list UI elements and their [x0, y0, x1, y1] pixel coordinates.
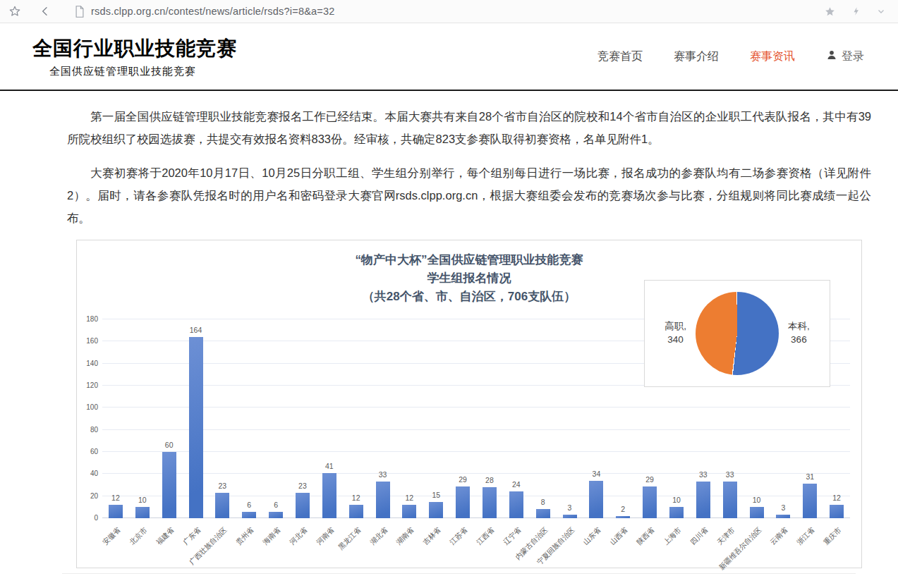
y-axis-tick: 20	[80, 492, 98, 500]
bar	[456, 486, 470, 518]
address-bar[interactable]: rsds.clpp.org.cn/contest/news/article/rs…	[75, 6, 824, 18]
x-axis-label: 湖南省	[394, 525, 416, 547]
bar	[563, 515, 577, 518]
bar-slot-3: 60福建省	[156, 319, 183, 518]
bar	[750, 507, 764, 518]
bar-slot-4: 164广东省	[183, 319, 210, 518]
bar-slot-14: 29江苏省	[449, 319, 476, 518]
bar	[429, 502, 443, 519]
bar-slot-15: 28江西省	[476, 319, 503, 518]
bar-value-label: 29	[459, 475, 467, 484]
bar	[162, 452, 176, 518]
bar-value-label: 10	[138, 496, 147, 504]
site-logo[interactable]: 全国行业职业技能竞赛 全国供应链管理职业技能竞赛	[32, 35, 237, 78]
x-axis-label: 山东省	[581, 525, 603, 547]
bar-slot-1: 12安徽省	[102, 319, 129, 518]
x-axis-label: 广东省	[181, 525, 202, 547]
x-axis-label: 吉林省	[421, 525, 443, 547]
x-axis-label: 重庆市	[822, 525, 844, 547]
bar	[322, 473, 336, 518]
y-axis-tick: 80	[80, 426, 98, 434]
bar	[830, 505, 844, 518]
bar-slot-8: 23河北省	[289, 319, 316, 518]
bar	[269, 512, 283, 518]
bar-value-label: 10	[753, 496, 761, 504]
bar-value-label: 33	[699, 470, 708, 479]
bar-value-label: 2	[621, 505, 625, 513]
bar-slot-11: 33湖北省	[370, 319, 396, 518]
bar-value-label: 12	[406, 494, 414, 502]
article-paragraph: 大赛初赛将于2020年10月17日、10月25日分职工组、学生组分别举行，每个组…	[67, 161, 871, 229]
bar-value-label: 33	[726, 470, 734, 479]
bar-value-label: 24	[512, 480, 521, 489]
bookmark-star-icon[interactable]	[8, 5, 21, 18]
bar	[483, 487, 497, 518]
site-subtitle: 全国供应链管理职业技能竞赛	[49, 65, 237, 78]
bar	[536, 509, 550, 518]
nav-item-news[interactable]: 赛事资讯	[750, 49, 795, 64]
x-axis-label: 上海市	[662, 525, 684, 547]
chart-title-line1: “物产中大杯”全国供应链管理职业技能竞赛	[77, 251, 861, 269]
bar-value-label: 6	[274, 501, 278, 509]
bar-value-label: 12	[832, 494, 841, 502]
bar	[215, 493, 229, 518]
bar-value-label: 12	[111, 494, 120, 502]
bar-slot-19: 34山东省	[583, 319, 609, 518]
y-axis-tick: 120	[80, 381, 98, 389]
bar-value-label: 33	[379, 470, 387, 479]
bar	[109, 505, 123, 518]
bar	[349, 505, 363, 518]
user-icon	[826, 49, 837, 63]
bar-slot-6: 6贵州省	[236, 319, 262, 518]
x-axis-label: 福建省	[154, 525, 176, 547]
favorite-star-icon[interactable]	[824, 6, 836, 18]
pie-label-right: 本科, 366	[788, 320, 810, 347]
bar-value-label: 6	[247, 501, 251, 509]
content-divider	[62, 573, 856, 574]
bar-value-label: 3	[568, 503, 572, 512]
x-axis-label: 河南省	[315, 525, 336, 547]
y-axis-tick: 40	[80, 470, 98, 477]
bar-value-label: 23	[298, 482, 307, 490]
x-axis-label: 天津市	[715, 525, 736, 547]
bar	[189, 337, 203, 518]
bar-slot-5: 23广西壮族自治区	[209, 319, 236, 518]
bar-value-label: 41	[325, 462, 334, 470]
bar-slot-12: 12湖南省	[396, 319, 423, 518]
x-axis-label: 安徽省	[101, 525, 123, 547]
x-axis-label: 江苏省	[448, 525, 470, 547]
pie-label-left: 高职, 340	[665, 320, 686, 347]
bar	[509, 491, 523, 518]
pie-inset: 高职, 340 本科, 366	[644, 280, 830, 387]
back-icon[interactable]	[40, 6, 51, 17]
registration-chart: “物产中大杯”全国供应链管理职业技能竞赛 学生组报名情况 （共28个省、市、自治…	[76, 240, 862, 568]
x-axis-label: 山西省	[608, 525, 630, 547]
lightning-icon[interactable]	[851, 6, 861, 17]
bar	[376, 482, 390, 518]
bar	[696, 482, 710, 518]
nav-item-intro[interactable]: 赛事介绍	[674, 49, 719, 64]
x-axis-label: 云南省	[768, 525, 790, 547]
y-axis-tick: 140	[80, 360, 98, 367]
nav-item-home[interactable]: 竞赛首页	[597, 49, 643, 64]
x-axis-label: 海南省	[261, 525, 283, 547]
bar-slot-18: 3宁夏回族自治区	[557, 319, 583, 518]
bar-value-label: 8	[541, 498, 545, 506]
bar	[669, 507, 684, 518]
bar-slot-2: 10北京市	[129, 319, 156, 518]
bar-value-label: 10	[672, 496, 681, 504]
url-text[interactable]: rsds.clpp.org.cn/contest/news/article/rs…	[91, 6, 334, 17]
bar-slot-17: 8内蒙古自治区	[530, 319, 557, 518]
x-axis-label: 贵州省	[234, 525, 256, 547]
x-axis-label: 湖北省	[368, 525, 389, 547]
login-button[interactable]: 登录	[826, 49, 864, 64]
bar-value-label: 29	[645, 475, 654, 484]
x-axis-label: 陕西省	[635, 525, 657, 547]
bar	[803, 484, 817, 518]
y-axis-tick: 60	[80, 448, 98, 455]
bar-value-label: 12	[352, 494, 360, 502]
chevron-down-icon[interactable]	[877, 7, 885, 16]
x-axis-label: 辽宁省	[502, 525, 523, 547]
bar-value-label: 15	[432, 491, 440, 499]
login-label: 登录	[842, 49, 864, 64]
